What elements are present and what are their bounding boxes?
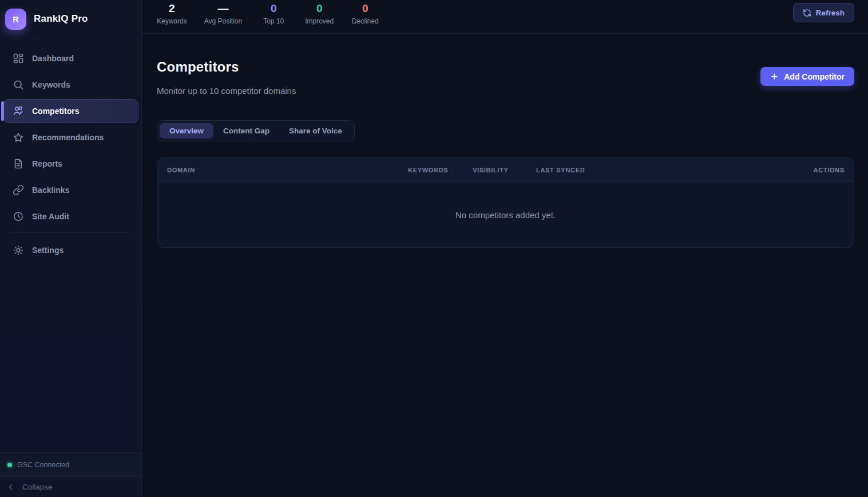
column-header-last-synced: Last Synced [536, 167, 814, 173]
sidebar-item-label: Settings [32, 246, 64, 255]
status-dot-icon [7, 463, 12, 467]
nav-divider [10, 232, 132, 233]
stat-value: — [217, 2, 228, 15]
stat-keywords: 2 Keywords [157, 2, 187, 25]
page-title: Competitors [157, 59, 296, 75]
link-icon [13, 184, 24, 196]
dashboard-grid-icon [13, 53, 24, 64]
stat-top10: 0 Top 10 [259, 2, 288, 25]
competitors-table: Domain Keywords Visibility Last Synced A… [157, 157, 854, 248]
page-subtitle: Monitor up to 10 competitor domains [157, 86, 296, 96]
table-header-row: Domain Keywords Visibility Last Synced A… [157, 158, 854, 182]
sidebar-header: R RankIQ Pro [0, 0, 141, 38]
stat-value: 0 [316, 2, 323, 15]
sidebar-item-competitors[interactable]: Competitors [3, 99, 138, 123]
stat-declined: 0 Declined [351, 2, 379, 25]
column-header-keywords: Keywords [408, 167, 473, 173]
plus-icon [770, 72, 779, 81]
topbar: 2 Keywords — Avg Position 0 Top 10 0 Imp… [142, 0, 868, 34]
tab-share-of-voice[interactable]: Share of Voice [279, 123, 352, 139]
add-competitor-button[interactable]: Add Competitor [760, 67, 854, 86]
column-header-actions: Actions [814, 167, 854, 173]
sidebar-item-label: Backlinks [32, 186, 69, 195]
sidebar-nav: Dashboard Keywords Competitors Recommend… [0, 38, 141, 452]
sidebar-item-reports[interactable]: Reports [3, 152, 138, 176]
users-icon [13, 105, 24, 117]
refresh-icon [803, 9, 811, 17]
stat-label: Improved [305, 17, 334, 25]
stat-value: 0 [271, 2, 277, 15]
sidebar-item-label: Reports [32, 159, 62, 168]
sidebar-item-label: Competitors [32, 107, 79, 116]
search-icon [13, 79, 24, 90]
sun-settings-icon [13, 244, 24, 256]
sidebar-item-keywords[interactable]: Keywords [3, 73, 138, 97]
sidebar-item-dashboard[interactable]: Dashboard [3, 46, 138, 70]
chevron-left-icon [6, 483, 15, 491]
gsc-status-label: GSC Connected [17, 461, 69, 469]
stat-label: Keywords [157, 17, 187, 25]
stats-bar: 2 Keywords — Avg Position 0 Top 10 0 Imp… [157, 2, 379, 25]
star-icon [13, 132, 24, 143]
refresh-button[interactable]: Refresh [793, 3, 854, 22]
file-text-icon [13, 158, 24, 169]
sidebar-item-label: Dashboard [32, 54, 74, 63]
empty-state-message: No competitors added yet. [157, 182, 854, 247]
sidebar-item-label: Site Audit [32, 212, 69, 221]
stat-improved: 0 Improved [305, 2, 334, 25]
stat-label: Avg Position [204, 17, 243, 25]
collapse-label: Collapse [22, 483, 53, 491]
clock-icon [13, 211, 24, 222]
stat-label: Top 10 [263, 17, 284, 25]
refresh-label: Refresh [816, 9, 845, 17]
page-header: Competitors Monitor up to 10 competitor … [157, 59, 854, 96]
sidebar-item-site-audit[interactable]: Site Audit [3, 204, 138, 228]
stat-value: 0 [362, 2, 368, 15]
sidebar-item-label: Keywords [32, 80, 70, 89]
app-logo: R [5, 9, 26, 30]
stat-value: 2 [169, 2, 175, 15]
sidebar: R RankIQ Pro Dashboard Keywords Competit… [0, 0, 142, 497]
tab-content-gap[interactable]: Content Gap [213, 123, 279, 139]
tab-bar: Overview Content Gap Share of Voice [157, 120, 355, 141]
gsc-status: GSC Connected [0, 452, 141, 476]
app-logo-letter: R [13, 14, 19, 24]
collapse-button[interactable]: Collapse [0, 476, 141, 497]
column-header-visibility: Visibility [473, 167, 536, 173]
sidebar-item-settings[interactable]: Settings [3, 238, 138, 262]
stat-label: Declined [352, 17, 379, 25]
add-competitor-label: Add Competitor [784, 72, 845, 81]
sidebar-item-label: Recommendations [32, 133, 104, 142]
sidebar-item-backlinks[interactable]: Backlinks [3, 178, 138, 202]
sidebar-item-recommendations[interactable]: Recommendations [3, 125, 138, 149]
tab-overview[interactable]: Overview [160, 123, 213, 139]
content: Competitors Monitor up to 10 competitor … [142, 34, 868, 497]
sidebar-footer: GSC Connected Collapse [0, 452, 141, 497]
stat-avg-position: — Avg Position [204, 2, 243, 25]
column-header-domain: Domain [157, 167, 408, 173]
main-area: 2 Keywords — Avg Position 0 Top 10 0 Imp… [142, 0, 868, 497]
app-title: RankIQ Pro [34, 13, 88, 25]
